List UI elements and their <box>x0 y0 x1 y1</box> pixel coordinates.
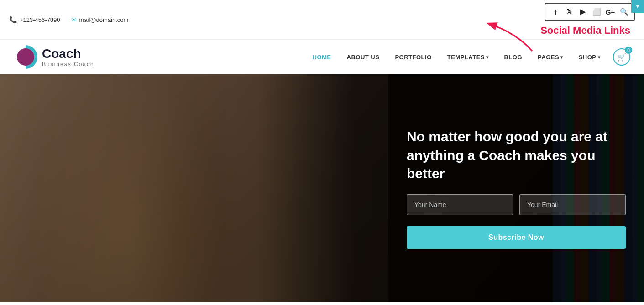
logo-inner-circle <box>17 48 34 66</box>
hero-form-row <box>407 194 626 215</box>
top-bar: 📞 +123-456-7890 ✉ mail@domain.com ▼ f 𝕏 … <box>0 0 644 40</box>
instagram-icon[interactable]: ⬜ <box>590 5 603 18</box>
email-input[interactable] <box>519 194 626 215</box>
cart-icon: 🛒 <box>617 53 626 62</box>
subscribe-button[interactable]: Subscribe Now <box>407 226 626 249</box>
phone-number: +123-456-7890 <box>20 16 60 23</box>
logo-circle-graphic <box>14 45 37 69</box>
dropdown-corner-button[interactable]: ▼ <box>631 0 644 13</box>
email-address: mail@domain.com <box>79 16 129 23</box>
brand-name: Coach <box>42 47 94 61</box>
brand-tagline: Business Coach <box>42 61 94 67</box>
name-input[interactable] <box>407 194 513 215</box>
nav-home[interactable]: HOME <box>306 50 338 64</box>
search-icon[interactable]: 🔍 <box>618 5 630 18</box>
hero-section: No matter how good you are at anything a… <box>0 74 644 302</box>
contact-info: 📞 +123-456-7890 ✉ mail@domain.com <box>9 16 128 23</box>
header: Coach Business Coach HOME ABOUT US PORTF… <box>0 40 644 74</box>
googleplus-icon[interactable]: G+ <box>604 5 617 18</box>
social-icons-box: f 𝕏 ▶ ⬜ G+ 🔍 <box>545 3 635 21</box>
cart-badge: 0 <box>625 47 632 54</box>
phone-icon: 📞 <box>9 16 17 23</box>
twitter-icon[interactable]: 𝕏 <box>563 5 576 18</box>
nav-blog[interactable]: BLOG <box>498 50 529 64</box>
hero-content-panel: No matter how good you are at anything a… <box>388 74 644 302</box>
social-media-annotation-label: Social Media Links <box>540 25 630 36</box>
logo-area[interactable]: Coach Business Coach <box>14 45 94 69</box>
cart-button[interactable]: 🛒 0 <box>613 48 630 66</box>
phone-contact[interactable]: 📞 +123-456-7890 <box>9 16 60 23</box>
pages-chevron-icon: ▾ <box>560 55 563 60</box>
nav-portfolio[interactable]: PORTFOLIO <box>388 50 438 64</box>
nav-templates[interactable]: TEMPLATES ▾ <box>441 50 495 64</box>
main-nav: HOME ABOUT US PORTFOLIO TEMPLATES ▾ BLOG… <box>306 48 630 66</box>
shop-chevron-icon: ▾ <box>598 55 601 60</box>
youtube-icon[interactable]: ▶ <box>576 5 589 18</box>
top-right: ▼ f 𝕏 ▶ ⬜ G+ 🔍 Social Media Links <box>540 3 635 36</box>
facebook-icon[interactable]: f <box>549 5 562 18</box>
templates-chevron-icon: ▾ <box>486 55 489 60</box>
hero-headline: No matter how good you are at anything a… <box>407 128 626 183</box>
nav-pages[interactable]: PAGES ▾ <box>531 50 570 64</box>
email-contact[interactable]: ✉ mail@domain.com <box>71 16 129 23</box>
person-shadow <box>0 74 310 302</box>
mail-icon: ✉ <box>71 16 77 23</box>
nav-about[interactable]: ABOUT US <box>340 50 386 64</box>
logo-text: Coach Business Coach <box>42 47 94 67</box>
nav-shop[interactable]: SHOP ▾ <box>572 50 607 64</box>
